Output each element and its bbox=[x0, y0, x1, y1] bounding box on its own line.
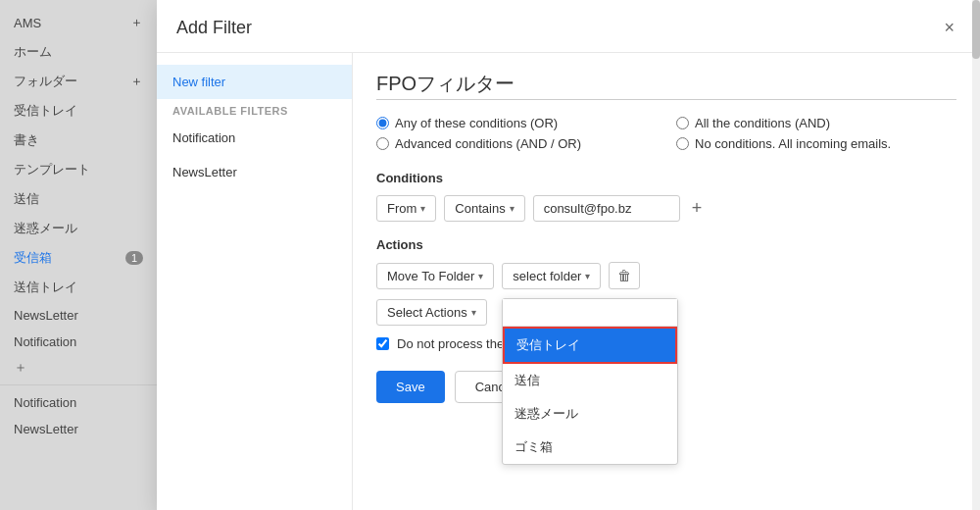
sidebar-ams-label: AMS bbox=[14, 16, 41, 30]
trash-icon: 🗑 bbox=[617, 268, 631, 283]
sidebar-newsletter-label: NewsLetter bbox=[14, 308, 78, 323]
select-actions-arrow: ▾ bbox=[471, 307, 476, 318]
condition-from-label: From bbox=[387, 201, 416, 216]
radio-any[interactable]: Any of these conditions (OR) bbox=[376, 116, 657, 130]
condition-contains-dropdown[interactable]: Contains ▾ bbox=[444, 195, 524, 222]
right-panel: Any of these conditions (OR) All the con… bbox=[353, 53, 980, 510]
radio-advanced-input[interactable] bbox=[376, 137, 389, 150]
radio-all-input[interactable] bbox=[676, 117, 689, 129]
conditions-label: Conditions bbox=[376, 171, 956, 185]
sidebar-template-label: テンプレート bbox=[14, 161, 90, 178]
save-button[interactable]: Save bbox=[376, 371, 445, 403]
condition-row: From ▾ Contains ▾ + bbox=[376, 195, 956, 222]
sidebar-item-notification2[interactable]: Notification bbox=[0, 389, 157, 416]
filter-name-input[interactable] bbox=[376, 73, 956, 100]
move-to-folder-label: Move To Folder bbox=[387, 269, 474, 283]
scrollbar-thumb[interactable] bbox=[972, 53, 980, 59]
sidebar-item-sent[interactable]: 送信 bbox=[0, 184, 157, 214]
sidebar-newsletter2-label: NewsLetter bbox=[14, 422, 78, 436]
sidebar-item-folder[interactable]: フォルダー ＋ bbox=[0, 67, 157, 96]
folder-option-spam[interactable]: 迷惑メール bbox=[503, 397, 677, 431]
sidebar-spam-label: 迷惑メール bbox=[14, 220, 77, 237]
sidebar-item-home[interactable]: ホーム bbox=[0, 37, 157, 67]
condition-from-dropdown[interactable]: From ▾ bbox=[376, 195, 436, 222]
sidebar-home-label: ホーム bbox=[14, 43, 52, 61]
do-not-process-label: Do not process the bbox=[397, 336, 504, 351]
select-folder-dropdown[interactable]: select folder ▾ bbox=[502, 263, 601, 289]
sidebar-divider bbox=[0, 384, 157, 385]
sidebar-item-draft[interactable]: 書き bbox=[0, 126, 157, 155]
sidebar-notification2-label: Notification bbox=[14, 395, 76, 410]
sidebar-item-template[interactable]: テンプレート bbox=[0, 155, 157, 184]
filter-newsletter[interactable]: NewsLetter bbox=[157, 155, 352, 189]
folder-option-trash[interactable]: ゴミ箱 bbox=[503, 431, 677, 464]
condition-from-arrow: ▾ bbox=[420, 203, 425, 214]
condition-value-input[interactable] bbox=[533, 195, 680, 222]
sidebar-folder-plus-icon[interactable]: ＋ bbox=[130, 73, 143, 90]
folder-option-sent[interactable]: 送信 bbox=[503, 364, 677, 397]
scrollbar[interactable] bbox=[972, 53, 980, 510]
radio-all-label: All the conditions (AND) bbox=[695, 116, 830, 130]
condition-contains-arrow: ▾ bbox=[510, 203, 514, 214]
sidebar-add-folder[interactable]: ＋ bbox=[0, 355, 157, 381]
sidebar-add-folder-plus-icon[interactable]: ＋ bbox=[14, 359, 27, 377]
select-actions-dropdown[interactable]: Select Actions ▾ bbox=[376, 299, 487, 326]
do-not-process-checkbox[interactable] bbox=[376, 337, 389, 350]
sidebar-item-spam[interactable]: 迷惑メール bbox=[0, 214, 157, 243]
sidebar-item-ams[interactable]: AMS ＋ bbox=[0, 8, 157, 37]
left-panel: New filter AVAILABLE FILTERS Notificatio… bbox=[157, 53, 353, 510]
folder-dropdown-wrapper: select folder ▾ 受信トレイ 送信 迷惑メール ゴミ箱 bbox=[502, 263, 601, 289]
folder-option-inbox[interactable]: 受信トレイ bbox=[503, 327, 677, 364]
folder-dropdown-popup: 受信トレイ 送信 迷惑メール ゴミ箱 bbox=[502, 298, 678, 465]
sidebar-notification-label: Notification bbox=[14, 334, 76, 349]
select-actions-label: Select Actions bbox=[387, 305, 467, 320]
available-filters-label: AVAILABLE FILTERS bbox=[157, 99, 352, 121]
condition-contains-label: Contains bbox=[455, 201, 505, 216]
sidebar-plus-icon[interactable]: ＋ bbox=[130, 14, 143, 31]
move-to-folder-arrow: ▾ bbox=[478, 271, 483, 281]
move-to-folder-dropdown[interactable]: Move To Folder ▾ bbox=[376, 263, 494, 289]
sidebar-item-newsletter2[interactable]: NewsLetter bbox=[0, 416, 157, 442]
sidebar-item-newsletter[interactable]: NewsLetter bbox=[0, 302, 157, 329]
modal-body: New filter AVAILABLE FILTERS Notificatio… bbox=[157, 53, 980, 510]
sidebar-item-notification[interactable]: Notification bbox=[0, 329, 157, 355]
radio-all[interactable]: All the conditions (AND) bbox=[676, 116, 956, 130]
sidebar-item-inbox[interactable]: 受信トレイ bbox=[0, 96, 157, 126]
select-folder-label: select folder bbox=[513, 269, 581, 283]
sidebar-draft-label: 書き bbox=[14, 131, 39, 149]
filter-notification[interactable]: Notification bbox=[157, 121, 352, 155]
sidebar-outbox-label: 送信トレイ bbox=[14, 279, 77, 296]
actions-row-1: Move To Folder ▾ select folder ▾ 受信トレイ 送… bbox=[376, 262, 956, 289]
sidebar-inbox-label: 受信トレイ bbox=[14, 102, 77, 120]
close-button[interactable]: × bbox=[938, 16, 960, 40]
sidebar-mail-badge: 1 bbox=[125, 251, 143, 265]
radio-any-input[interactable] bbox=[376, 117, 389, 129]
modal-header: Add Filter × bbox=[157, 0, 980, 53]
radio-advanced-label: Advanced conditions (AND / OR) bbox=[395, 136, 581, 151]
modal-overlay: Add Filter × New filter AVAILABLE FILTER… bbox=[157, 0, 980, 510]
radio-any-label: Any of these conditions (OR) bbox=[395, 116, 558, 130]
sidebar-sent-label: 送信 bbox=[14, 190, 39, 208]
new-filter-item[interactable]: New filter bbox=[157, 65, 352, 99]
sidebar-item-mail[interactable]: 受信箱 1 bbox=[0, 243, 157, 273]
modal: Add Filter × New filter AVAILABLE FILTER… bbox=[157, 0, 980, 510]
folder-search-input[interactable] bbox=[503, 299, 677, 327]
actions-label: Actions bbox=[376, 237, 956, 252]
delete-action-button[interactable]: 🗑 bbox=[609, 262, 640, 289]
add-condition-button[interactable]: + bbox=[688, 198, 707, 219]
sidebar-folder-label: フォルダー bbox=[14, 73, 77, 90]
radio-group: Any of these conditions (OR) All the con… bbox=[376, 116, 956, 151]
radio-advanced[interactable]: Advanced conditions (AND / OR) bbox=[376, 136, 657, 151]
sidebar-item-outbox[interactable]: 送信トレイ bbox=[0, 273, 157, 302]
radio-none[interactable]: No conditions. All incoming emails. bbox=[676, 136, 956, 151]
sidebar-mail-label: 受信箱 bbox=[14, 249, 52, 267]
modal-title: Add Filter bbox=[176, 18, 252, 38]
select-folder-arrow: ▾ bbox=[585, 271, 590, 281]
radio-none-input[interactable] bbox=[676, 137, 689, 150]
sidebar: AMS ＋ ホーム フォルダー ＋ 受信トレイ 書き テンプレート 送信 迷惑メ… bbox=[0, 0, 157, 510]
radio-none-label: No conditions. All incoming emails. bbox=[695, 136, 891, 151]
